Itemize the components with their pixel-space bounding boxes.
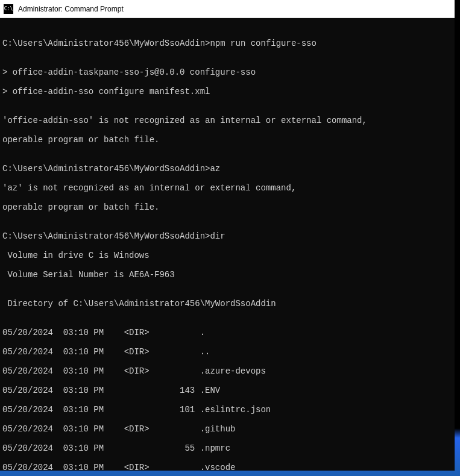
dir-output: Directory of C:\Users\Administrator456\M…	[2, 299, 451, 308]
command: az	[210, 164, 220, 174]
prompt-line: C:\Users\Administrator456\MyWordSsoAddin…	[2, 39, 451, 48]
error-output: 'office-addin-sso' is not recognized as …	[2, 116, 451, 125]
npm-output: > office-addin-taskpane-sso-js@0.0.0 con…	[2, 67, 451, 77]
error-output: operable program or batch file.	[2, 135, 451, 145]
command: dir	[210, 231, 225, 241]
dir-entry: 05/20/2024 03:10 PM <DIR> .github	[2, 424, 451, 434]
dir-entry: 05/20/2024 03:10 PM 55 .npmrc	[2, 443, 451, 453]
dir-entry: 05/20/2024 03:10 PM <DIR> .vscode	[2, 463, 451, 471]
prompt: C:\Users\Administrator456\MyWordSsoAddin…	[2, 39, 210, 48]
npm-output: > office-addin-sso configure manifest.xm…	[2, 87, 451, 96]
prompt-line: C:\Users\Administrator456\MyWordSsoAddin…	[2, 231, 451, 241]
dir-output: Volume in drive C is Windows	[2, 251, 451, 260]
blank-line	[2, 29, 451, 39]
command: npm run configure-sso	[210, 39, 316, 48]
dir-output: Volume Serial Number is AE6A-F963	[2, 270, 451, 280]
terminal-output[interactable]: C:\Users\Administrator456\MyWordSsoAddin…	[0, 18, 455, 471]
dir-entry: 05/20/2024 03:10 PM <DIR> .azure-devops	[2, 366, 451, 376]
error-output: 'az' is not recognized as an internal or…	[2, 183, 451, 193]
prompt-line: C:\Users\Administrator456\MyWordSsoAddin…	[2, 164, 451, 174]
error-output: operable program or batch file.	[2, 202, 451, 212]
dir-entry: 05/20/2024 03:10 PM <DIR> ..	[2, 347, 451, 357]
dir-entry: 05/20/2024 03:10 PM 143 .ENV	[2, 386, 451, 395]
window-title: Administrator: Command Prompt	[18, 5, 451, 13]
prompt: C:\Users\Administrator456\MyWordSsoAddin…	[2, 164, 210, 174]
command-prompt-window: C:\ Administrator: Command Prompt C:\Use…	[0, 0, 455, 471]
dir-entry: 05/20/2024 03:10 PM 101 .eslintrc.json	[2, 405, 451, 415]
titlebar[interactable]: C:\ Administrator: Command Prompt	[0, 0, 455, 18]
dir-entry: 05/20/2024 03:10 PM <DIR> .	[2, 328, 451, 337]
cmd-icon: C:\	[4, 4, 13, 14]
prompt: C:\Users\Administrator456\MyWordSsoAddin…	[2, 231, 210, 241]
